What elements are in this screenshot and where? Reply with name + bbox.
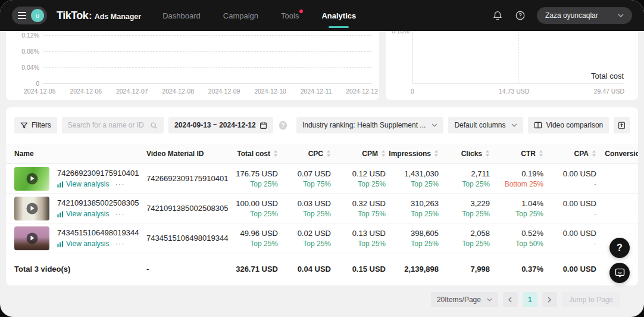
nav-item-tools[interactable]: Tools	[281, 11, 299, 20]
sort-icon	[273, 150, 278, 157]
benchmark-badge: Top 25%	[331, 180, 386, 188]
play-icon	[26, 232, 37, 244]
menu-account-pill[interactable]: u	[12, 7, 47, 24]
view-analysis-link[interactable]: View analysis	[57, 180, 109, 188]
video-name: 7434515106498019344	[57, 228, 139, 237]
col-name[interactable]: Name	[14, 150, 146, 158]
page-number[interactable]: 1	[523, 292, 537, 307]
video-comparison-button[interactable]: Video comparison	[528, 117, 609, 133]
bell-icon[interactable]	[492, 10, 504, 21]
pagination: 20Items/Page 1 Jump to Page	[431, 292, 620, 307]
benchmark-badge: Top 25%	[386, 240, 439, 248]
help-icon[interactable]	[514, 10, 526, 21]
play-icon	[26, 203, 37, 214]
notification-dot	[299, 10, 303, 13]
play-icon	[26, 173, 37, 184]
table-row: 7426692309175910401 View analysis ··· 74…	[6, 164, 638, 194]
col-total-cost[interactable]: Total cost	[220, 150, 278, 158]
benchmark-badge: Top 75%	[278, 180, 331, 188]
benchmark-badge: Top 25%	[439, 210, 490, 218]
col-material-id[interactable]: Video Material ID	[146, 150, 220, 158]
benchmark-badge: Top 25%	[439, 240, 490, 248]
table-total-row: Total 3 video(s) - 326.71 USD 0.04 USD 0…	[6, 253, 638, 285]
benchmark-badge: Top 25%	[220, 210, 278, 218]
table-toolbar: Filters Search for a name or ID 2024-09-…	[6, 107, 638, 133]
table-header-row: Name Video Material ID Total cost CPC CP…	[6, 144, 638, 164]
col-conversions[interactable]: Conversions	[596, 150, 638, 158]
avatar[interactable]: u	[31, 9, 44, 22]
view-analysis-link[interactable]: View analysis	[57, 210, 109, 218]
hamburger-menu-icon[interactable]	[18, 12, 26, 19]
benchmark-badge: Bottom 25%	[490, 180, 543, 188]
nav-item-campaign[interactable]: Campaign	[223, 11, 258, 20]
table-row: 7421091385002508305 View analysis ··· 74…	[6, 194, 638, 223]
sort-icon	[434, 150, 439, 157]
account-selector[interactable]: Zaza oyuncaqlar	[537, 7, 632, 24]
table-row: 7434515106498019344 View analysis ··· 74…	[6, 223, 638, 253]
calendar-icon	[260, 122, 267, 129]
video-table-card: Filters Search for a name or ID 2024-09-…	[6, 107, 638, 285]
chevron-down-icon	[618, 14, 624, 17]
date-help-icon[interactable]: ?	[279, 121, 287, 130]
floating-help-button[interactable]: ?	[609, 238, 630, 258]
col-clicks[interactable]: Clicks	[439, 150, 490, 158]
nav-item-analytics[interactable]: Analytics	[321, 11, 356, 20]
jump-to-page-input[interactable]: Jump to Page	[562, 292, 620, 307]
compare-icon	[534, 122, 542, 129]
col-ctr[interactable]: CTR	[490, 150, 543, 158]
nav-item-dashboard[interactable]: Dashboard	[162, 11, 201, 20]
y-axis-tick: 0.04%	[11, 64, 39, 71]
total-label: Total 3 video(s)	[14, 265, 146, 274]
col-cpm[interactable]: CPM	[331, 150, 386, 158]
items-per-page-select[interactable]: 20Items/Page	[431, 292, 498, 307]
floating-chat-button[interactable]	[609, 263, 630, 283]
y-axis	[412, 31, 413, 83]
bar-chart-icon	[57, 241, 64, 247]
more-actions-icon[interactable]: ···	[115, 182, 124, 187]
col-impressions[interactable]: Impressions	[386, 150, 439, 158]
search-input[interactable]: Search for a name or ID	[62, 117, 164, 133]
benchmark-badge: Top 25%	[386, 180, 439, 188]
bar-chart-icon	[57, 181, 64, 188]
filter-icon	[20, 122, 28, 129]
video-thumbnail[interactable]	[14, 167, 49, 191]
material-id: 7421091385002508305	[146, 204, 220, 213]
sort-icon	[539, 150, 543, 157]
top-nav: u TikTok: Ads Manager Dashboard Campaign…	[0, 0, 644, 31]
export-icon[interactable]	[614, 117, 630, 133]
x-axis	[412, 83, 624, 84]
question-icon: ?	[617, 243, 623, 253]
search-placeholder: Search for a name or ID	[68, 121, 144, 129]
next-page-button[interactable]	[542, 292, 557, 307]
tiktok-ads-manager-logo: TikTok: Ads Manager	[57, 10, 141, 22]
account-name: Zaza oyuncaqlar	[545, 11, 598, 20]
material-id: 7434515106498019344	[146, 234, 220, 243]
x-axis-tick: 29.47 USD	[594, 88, 624, 95]
chevron-down-icon	[487, 298, 492, 302]
col-cpc[interactable]: CPC	[278, 150, 331, 158]
search-icon	[150, 122, 158, 129]
x-axis-tick: 0	[411, 88, 414, 95]
chevron-down-icon	[432, 123, 437, 127]
prev-page-button[interactable]	[503, 292, 518, 307]
benchmark-badge: Top 25%	[386, 210, 439, 218]
date-range-picker[interactable]: 2024-09-13 ~ 2024-12-12	[168, 117, 273, 133]
primary-nav: Dashboard Campaign Tools Analytics	[162, 11, 356, 20]
video-thumbnail[interactable]	[14, 197, 49, 220]
x-axis-tick: 14.73 USD	[499, 88, 529, 95]
more-actions-icon[interactable]: ···	[115, 241, 124, 246]
video-thumbnail[interactable]	[14, 226, 49, 250]
view-analysis-link[interactable]: View analysis	[57, 240, 109, 248]
industry-ranking-select[interactable]: Industry ranking: Health Supplement ...	[296, 117, 443, 133]
app-window: u TikTok: Ads Manager Dashboard Campaign…	[0, 0, 644, 317]
benchmark-badge: Top 75%	[331, 210, 386, 218]
sort-icon	[485, 150, 490, 157]
filters-button[interactable]: Filters	[14, 117, 57, 133]
chevron-left-icon	[508, 297, 512, 303]
brand-suffix: Ads Manager	[95, 13, 142, 21]
sort-icon	[326, 150, 331, 157]
col-cpa[interactable]: CPA	[543, 150, 596, 158]
video-name: 7421091385002508305	[57, 198, 139, 207]
more-actions-icon[interactable]: ···	[115, 212, 124, 216]
columns-select[interactable]: Default columns	[448, 117, 523, 133]
